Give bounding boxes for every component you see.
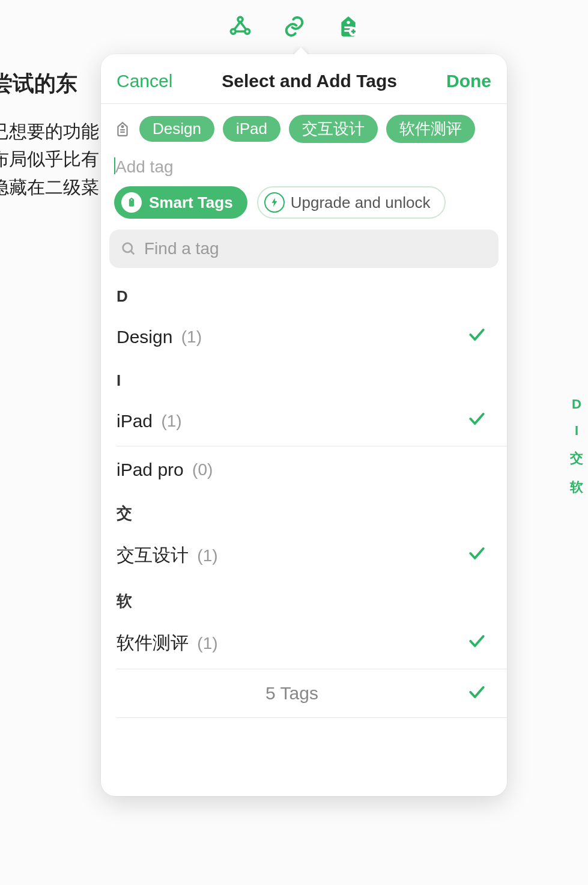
svg-point-15 bbox=[131, 199, 132, 201]
selected-tags-row: Design iPad 交互设计 软件测评 bbox=[101, 104, 507, 143]
bolt-icon bbox=[264, 192, 285, 213]
section-header: D bbox=[101, 278, 507, 312]
search-placeholder: Find a tag bbox=[144, 239, 219, 258]
popover-header: Cancel Select and Add Tags Done bbox=[101, 54, 507, 104]
svg-line-3 bbox=[234, 22, 240, 29]
check-icon bbox=[467, 325, 486, 348]
done-button[interactable]: Done bbox=[446, 71, 491, 91]
search-field[interactable]: Find a tag bbox=[109, 230, 499, 268]
svg-point-12 bbox=[122, 126, 124, 127]
footer-label: 5 Tags bbox=[117, 683, 467, 704]
section-header: I bbox=[101, 362, 507, 396]
tag-count-footer[interactable]: 5 Tags bbox=[117, 669, 507, 718]
section-header: 软 bbox=[101, 581, 507, 618]
graph-icon[interactable] bbox=[228, 14, 252, 38]
tag-count: (1) bbox=[161, 412, 181, 431]
note-title: 尝试的东 bbox=[0, 66, 99, 101]
tag-list: D Design (1) I iPad (1) iPad pro (0) 交 交… bbox=[101, 272, 507, 796]
note-line: 布局似乎比有 bbox=[0, 145, 99, 174]
index-letter[interactable]: 软 bbox=[570, 478, 583, 496]
tag-count: (0) bbox=[192, 460, 213, 479]
smart-tags-button[interactable]: Smart Tags bbox=[114, 186, 247, 219]
svg-point-6 bbox=[347, 21, 350, 24]
tag-name: Design bbox=[117, 327, 172, 347]
upgrade-label: Upgrade and unlock bbox=[291, 193, 431, 212]
svg-line-4 bbox=[240, 22, 246, 29]
note-line: 已想要的功能 bbox=[0, 118, 99, 146]
editor-toolbar bbox=[0, 14, 588, 38]
add-tag-input[interactable]: Add tag bbox=[101, 143, 507, 186]
check-icon bbox=[467, 409, 486, 433]
tag-row[interactable]: 软件测评 (1) bbox=[101, 618, 507, 669]
index-letter[interactable]: D bbox=[572, 397, 581, 412]
feature-chips: Smart Tags Upgrade and unlock bbox=[101, 186, 507, 230]
tag-name: 软件测评 bbox=[117, 631, 189, 655]
popover-title: Select and Add Tags bbox=[222, 71, 397, 91]
smart-tags-icon bbox=[121, 192, 142, 213]
tag-row[interactable]: iPad (1) bbox=[117, 396, 507, 446]
tag-chip[interactable]: 交互设计 bbox=[289, 115, 378, 143]
tag-count: (1) bbox=[197, 546, 217, 565]
tag-add-icon[interactable] bbox=[336, 14, 360, 38]
check-icon bbox=[467, 631, 486, 655]
index-letter[interactable]: I bbox=[575, 423, 578, 439]
tag-name: iPad bbox=[117, 411, 153, 431]
link-icon[interactable] bbox=[282, 14, 306, 38]
tag-name: 交互设计 bbox=[117, 543, 189, 568]
background-note-text: 尝试的东 已想要的功能 布局似乎比有 隐藏在二级菜 bbox=[0, 66, 99, 201]
upgrade-button[interactable]: Upgrade and unlock bbox=[257, 186, 446, 219]
check-icon bbox=[467, 544, 486, 567]
tag-count: (1) bbox=[197, 634, 217, 653]
svg-point-0 bbox=[238, 17, 243, 22]
section-header: 交 bbox=[101, 493, 507, 530]
check-icon bbox=[467, 683, 486, 704]
tag-chip[interactable]: Design bbox=[139, 116, 214, 142]
svg-point-16 bbox=[123, 243, 132, 252]
tag-count: (1) bbox=[181, 327, 202, 347]
tags-popover: Cancel Select and Add Tags Done Design i… bbox=[101, 54, 507, 796]
alpha-index-bar[interactable]: D I 交 软 bbox=[570, 397, 583, 496]
svg-line-17 bbox=[131, 251, 135, 255]
tag-outline-icon bbox=[114, 121, 131, 138]
tag-name: iPad pro bbox=[117, 460, 184, 480]
cancel-button[interactable]: Cancel bbox=[117, 71, 172, 91]
search-icon bbox=[120, 240, 137, 257]
tag-chip[interactable]: iPad bbox=[223, 116, 280, 142]
tag-row[interactable]: Design (1) bbox=[101, 312, 507, 362]
tag-row[interactable]: 交互设计 (1) bbox=[101, 530, 507, 581]
popover-arrow bbox=[293, 46, 309, 55]
tag-chip[interactable]: 软件测评 bbox=[386, 115, 475, 143]
note-line: 隐藏在二级菜 bbox=[0, 174, 99, 202]
smart-tags-label: Smart Tags bbox=[149, 193, 233, 212]
index-letter[interactable]: 交 bbox=[570, 449, 583, 467]
tag-row[interactable]: iPad pro (0) bbox=[101, 446, 507, 493]
